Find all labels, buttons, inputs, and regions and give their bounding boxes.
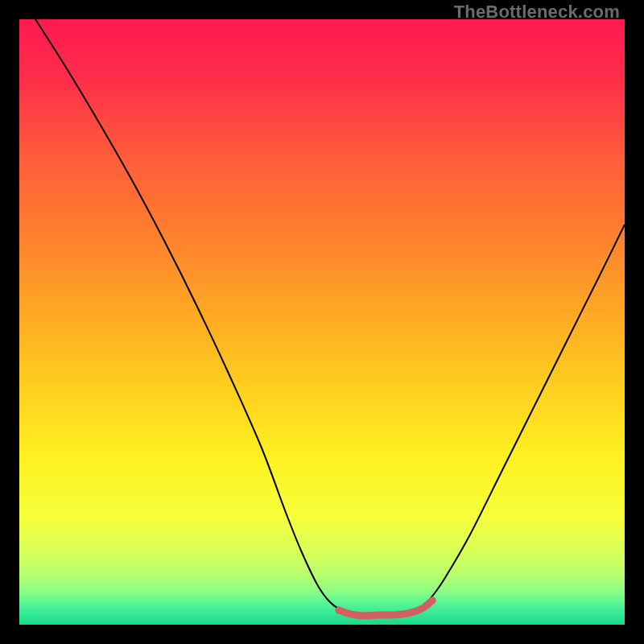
marker-endpoint-dot: [336, 607, 343, 614]
chart-background-gradient: [19, 19, 625, 625]
chart-frame: [19, 19, 625, 625]
chart-canvas: [19, 19, 625, 625]
marker-endpoint-dot: [429, 597, 436, 605]
watermark-text: TheBottleneck.com: [454, 2, 620, 23]
